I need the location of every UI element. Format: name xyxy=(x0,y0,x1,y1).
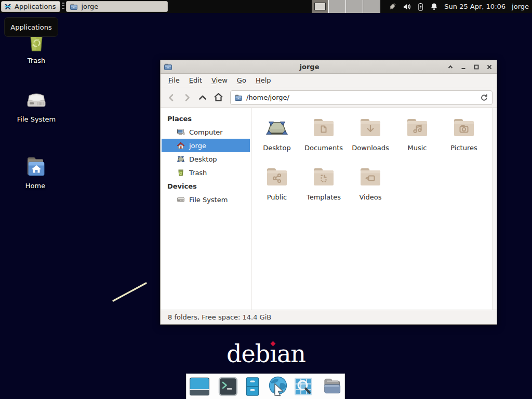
devices-header: Devices xyxy=(161,179,251,193)
toolbar xyxy=(161,87,497,108)
desktop-icon-home[interactable]: Home xyxy=(7,154,64,190)
menu-file[interactable]: File xyxy=(164,75,184,86)
file-item-documents[interactable]: Documents xyxy=(300,115,347,165)
file-label: Desktop xyxy=(263,144,291,152)
sidebar-item-label: Trash xyxy=(189,169,207,177)
workspace-3[interactable] xyxy=(346,0,363,13)
desktop-icon-file-system[interactable]: File System xyxy=(8,87,65,123)
close-button[interactable] xyxy=(485,63,494,71)
menu-bar: File Edit View Go Help xyxy=(161,74,497,87)
power-plug-icon[interactable] xyxy=(388,2,397,11)
folder-videos-icon xyxy=(358,165,383,190)
path-folder-icon xyxy=(234,94,243,102)
xfce-menu-icon xyxy=(4,3,12,11)
file-label: Templates xyxy=(307,193,341,201)
window-body: Places Computer xyxy=(161,108,497,310)
back-button[interactable] xyxy=(165,91,178,104)
up-button[interactable] xyxy=(196,91,209,104)
shade-button[interactable] xyxy=(446,63,455,71)
show-desktop-icon[interactable] xyxy=(189,376,210,397)
folder-public-icon xyxy=(264,165,289,190)
sidebar-item-computer[interactable]: Computer xyxy=(162,125,250,139)
notifications-bell-icon[interactable] xyxy=(430,3,438,11)
workspace-1[interactable] xyxy=(312,0,329,13)
menu-edit[interactable]: Edit xyxy=(184,75,207,86)
folder-pictures-icon xyxy=(451,115,476,140)
status-text: 8 folders, Free space: 14.4 GiB xyxy=(168,313,271,321)
volume-icon[interactable] xyxy=(403,3,411,11)
vertical-scrollbar[interactable] xyxy=(492,108,497,310)
hard-drive-icon xyxy=(24,87,49,112)
window-folder-icon xyxy=(164,62,172,71)
desktop-icon-label: Home xyxy=(25,182,45,190)
desktop-icon-label: File System xyxy=(17,115,56,123)
applications-menu-button[interactable]: Applications xyxy=(1,1,60,12)
menu-go[interactable]: Go xyxy=(232,75,251,86)
file-grid: Desktop Docume xyxy=(251,108,497,214)
workspace-2[interactable] xyxy=(329,0,346,13)
taskbar-window-button[interactable]: jorge xyxy=(66,1,168,12)
desktop-icon xyxy=(177,155,185,163)
debian-wallpaper-logo: debıan xyxy=(0,341,532,367)
file-label: Pictures xyxy=(450,144,477,152)
file-cabinet-icon[interactable] xyxy=(242,376,263,397)
wallpaper-streak xyxy=(110,280,150,304)
hard-drive-icon xyxy=(177,195,185,204)
folder-documents-icon xyxy=(311,115,336,140)
debian-logo-text: deb xyxy=(227,340,270,368)
file-manager-window: jorge File Edit View Go Help xyxy=(160,60,497,325)
menu-help[interactable]: Help xyxy=(251,75,276,86)
menu-view[interactable]: View xyxy=(207,75,232,86)
folder-templates-icon xyxy=(311,165,336,190)
trash-icon xyxy=(177,168,185,177)
sidebar-item-trash[interactable]: Trash xyxy=(162,166,250,179)
sidebar-item-jorge[interactable]: jorge xyxy=(162,139,250,152)
status-bar: 8 folders, Free space: 14.4 GiB xyxy=(161,310,497,324)
sidebar-item-label: jorge xyxy=(189,142,206,150)
open-folder-icon[interactable] xyxy=(321,376,343,397)
taskbar-window-title: jorge xyxy=(81,3,98,10)
file-item-videos[interactable]: Videos xyxy=(347,165,394,214)
folder-music-icon xyxy=(405,115,430,140)
web-browser-icon[interactable] xyxy=(267,375,289,398)
file-item-public[interactable]: Public xyxy=(254,165,300,214)
taskbar-grip[interactable] xyxy=(62,3,64,10)
folder-downloads-icon xyxy=(358,115,383,140)
sidebar-item-file-system[interactable]: File System xyxy=(162,193,250,206)
panel-username[interactable]: jorge xyxy=(512,3,529,10)
panel-clock[interactable]: Sun 25 Apr, 10:06 xyxy=(444,3,506,10)
app-finder-icon[interactable] xyxy=(293,376,314,397)
sidebar-item-label: Desktop xyxy=(189,155,217,163)
terminal-icon[interactable] xyxy=(218,376,238,397)
workspace-window-preview xyxy=(314,3,326,10)
battery-icon[interactable] xyxy=(417,3,424,11)
workspace-4[interactable] xyxy=(363,0,380,13)
reload-icon[interactable] xyxy=(480,94,488,102)
file-item-pictures[interactable]: Pictures xyxy=(441,115,487,165)
file-label: Music xyxy=(408,144,427,152)
debian-logo-text: an xyxy=(277,340,305,368)
file-label: Documents xyxy=(304,144,343,152)
path-input[interactable] xyxy=(246,94,476,101)
maximize-button[interactable] xyxy=(472,63,481,71)
file-item-templates[interactable]: Templates xyxy=(300,165,347,214)
path-bar[interactable] xyxy=(230,90,493,105)
places-header: Places xyxy=(161,112,251,125)
window-titlebar[interactable]: jorge xyxy=(161,60,497,74)
file-item-downloads[interactable]: Downloads xyxy=(347,115,394,165)
file-label: Videos xyxy=(359,193,381,201)
forward-button[interactable] xyxy=(180,91,194,104)
applications-menu-label: Applications xyxy=(15,3,56,10)
file-item-music[interactable]: Music xyxy=(394,115,441,165)
home-button[interactable] xyxy=(211,91,225,104)
home-folder-icon xyxy=(23,154,48,179)
desktop-icon xyxy=(264,115,289,140)
applications-tooltip: Applications xyxy=(4,17,58,37)
minimize-button[interactable] xyxy=(459,63,468,71)
file-item-desktop[interactable]: Desktop xyxy=(254,115,300,165)
computer-icon xyxy=(177,128,185,136)
panel-right-area: Sun 25 Apr, 10:06 jorge xyxy=(312,0,532,13)
folder-view: Desktop Docume xyxy=(251,108,497,310)
file-label: Public xyxy=(267,193,287,201)
sidebar-item-desktop[interactable]: Desktop xyxy=(162,152,250,166)
